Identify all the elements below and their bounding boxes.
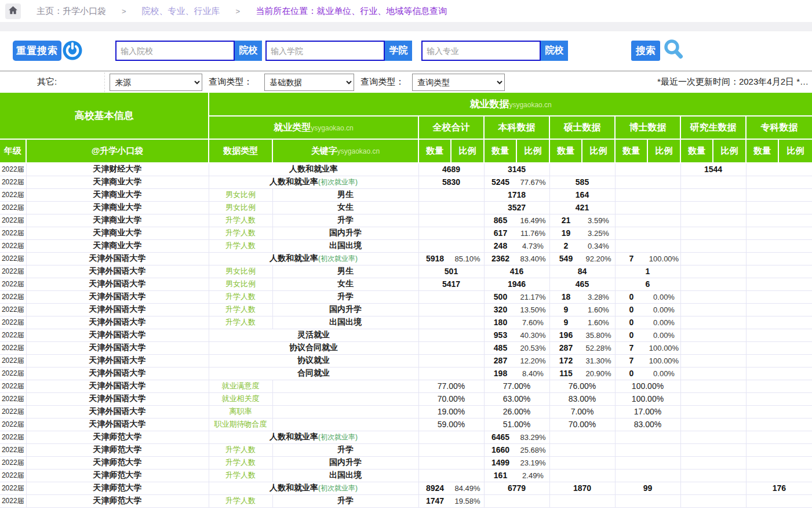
- header-group-博士数据: 博士数据: [615, 116, 680, 139]
- reset-search-button[interactable]: 重置搜索: [13, 41, 61, 61]
- breadcrumb-library-link[interactable]: 院校、专业、行业库: [142, 6, 220, 17]
- value-cell-研究生数据: [680, 431, 746, 443]
- percent-value: 51.00%: [503, 420, 530, 429]
- value-cell-硕士数据: 193.25%: [549, 227, 615, 239]
- keyword-cell: [272, 405, 418, 418]
- table-row: 2022届天津外国语大学协议合同就业48520.53%28752.28%7100…: [0, 341, 812, 354]
- value-cell-专科数据: [746, 252, 812, 265]
- ratio-value: 0.00%: [648, 331, 680, 340]
- major-search-button[interactable]: 院校: [541, 41, 568, 61]
- header-group-硕士数据: 硕士数据: [549, 116, 615, 139]
- source-select[interactable]: 来源: [110, 74, 202, 91]
- keyword-suffix: (初次就业率): [318, 254, 358, 263]
- school-search-input[interactable]: [265, 41, 385, 61]
- percent-value: 83.00%: [634, 420, 661, 429]
- year-cell: 2022届: [0, 329, 26, 341]
- value-cell-博士数据: [615, 239, 680, 252]
- value-cell-博士数据: 00.00%: [615, 367, 680, 380]
- quantity-value: 180: [485, 318, 517, 327]
- value-cell-博士数据: 7100.00%: [615, 252, 680, 265]
- ratio-value: 100.00%: [648, 356, 680, 365]
- value-cell-专科数据: [746, 176, 812, 188]
- ratio-value: 0.00%: [648, 293, 680, 301]
- table-row: 2022届天津商业大学升学人数国内升学61711.76%193.25%: [0, 227, 812, 239]
- value-cell-博士数据: [615, 188, 680, 201]
- keyword-suffix: (初次就业率): [318, 178, 358, 186]
- quantity-value: 465: [576, 279, 589, 289]
- ratio-value: 12.20%: [517, 356, 549, 365]
- value-cell-硕士数据: 164: [549, 188, 615, 201]
- home-button[interactable]: [5, 3, 21, 19]
- quantity-value: 500: [485, 292, 517, 301]
- magnifier-icon[interactable]: [662, 38, 686, 63]
- value-cell-硕士数据: [549, 469, 615, 482]
- quantity-value: 585: [576, 177, 589, 187]
- table-row: 2022届天津外国语大学升学人数国内升学32013.50%91.60%00.00…: [0, 303, 812, 316]
- data-type-cell: 升学人数: [209, 494, 272, 507]
- quantity-value: 0: [616, 292, 648, 301]
- major-search-input[interactable]: [421, 41, 541, 61]
- value-cell-博士数据: 7100.00%: [615, 354, 680, 367]
- value-cell-专科数据: [746, 341, 812, 354]
- value-cell-专科数据: [746, 380, 812, 392]
- percent-value: 17.00%: [634, 407, 661, 416]
- value-cell-本科数据: 524577.67%: [484, 176, 549, 188]
- quantity-value: 549: [550, 254, 582, 263]
- value-cell-硕士数据: 17231.30%: [549, 354, 615, 367]
- data-type-cell: 离职率: [209, 405, 272, 418]
- year-cell: 2022届: [0, 431, 26, 443]
- university-cell: 天津外国语大学: [26, 303, 209, 316]
- quantity-value: 501: [445, 267, 458, 276]
- school-search-button[interactable]: 学院: [385, 41, 412, 61]
- keyword-cell: [272, 380, 418, 392]
- table-row: 2022届天津外国语大学合同就业1988.40%11520.90%00.00%: [0, 367, 812, 380]
- value-cell-专科数据: [746, 303, 812, 316]
- keyword-cell: 人数和就业率(初次就业率): [209, 482, 418, 494]
- keyword-cell: 协议就业: [209, 354, 418, 367]
- header-qty: 数量: [615, 139, 647, 163]
- data-type-cell: 男女比例: [209, 188, 272, 201]
- value-cell-全校合计: [418, 456, 484, 469]
- ratio-value: 100.00%: [648, 344, 680, 352]
- basic-data-select[interactable]: 基础数据: [264, 74, 354, 91]
- value-cell-专科数据: [746, 443, 812, 456]
- quantity-value: 5918: [419, 254, 451, 263]
- table-row: 2022届天津财经大学人数和就业率468931451544: [0, 163, 812, 176]
- quantity-value: 953: [485, 330, 517, 340]
- header-ratio: 比例: [451, 139, 484, 163]
- value-cell-硕士数据: 91.60%: [549, 303, 615, 316]
- university-cell: 天津商业大学: [26, 227, 209, 239]
- value-cell-全校合计: 59.00%: [418, 418, 484, 431]
- keyword-cell: 女生: [272, 201, 418, 214]
- query-type-select[interactable]: 查询类型: [412, 74, 505, 91]
- value-cell-硕士数据: [549, 443, 615, 456]
- value-cell-本科数据: 1612.49%: [484, 469, 549, 482]
- value-cell-硕士数据: [549, 163, 615, 176]
- refresh-icon[interactable]: [61, 39, 83, 61]
- header-employment-type: 就业类型ysygaokao.cn: [209, 116, 418, 139]
- keyword-cell: 国内升学: [272, 227, 418, 239]
- quantity-value: 115: [550, 369, 582, 378]
- percent-value: 19.00%: [438, 407, 465, 416]
- college-search-input[interactable]: [115, 41, 235, 61]
- header-year: 年级: [0, 139, 26, 163]
- year-cell: 2022届: [0, 354, 26, 367]
- header-ratio: 比例: [516, 139, 549, 163]
- value-cell-全校合计: [418, 329, 484, 341]
- header-row: 高校基本信息就业数据ysygaokao.cn: [0, 93, 812, 116]
- value-cell-博士数据: 00.00%: [615, 329, 680, 341]
- percent-value: 70.00%: [569, 420, 596, 429]
- breadcrumb-current-location: 当前所在位置：就业单位、行业、地域等信息查询: [256, 6, 447, 17]
- filter-bar: 其它: 来源 查询类型： 基础数据 查询类型： 查询类型 *最近一次更新时间：2…: [0, 71, 812, 93]
- breadcrumb-home-link[interactable]: 主页：升学小口袋: [37, 6, 106, 17]
- value-cell-本科数据: 149923.19%: [484, 456, 549, 469]
- college-search-button[interactable]: 院校: [235, 41, 262, 61]
- data-type-cell: 就业满意度: [209, 380, 272, 392]
- percent-value: 7.00%: [571, 407, 594, 416]
- value-cell-专科数据: [746, 456, 812, 469]
- search-button[interactable]: 搜索: [631, 41, 660, 61]
- year-cell: 2022届: [0, 239, 26, 252]
- percent-value: 76.00%: [569, 381, 596, 391]
- value-cell-全校合计: [418, 431, 484, 443]
- header-qty: 数量: [418, 139, 451, 163]
